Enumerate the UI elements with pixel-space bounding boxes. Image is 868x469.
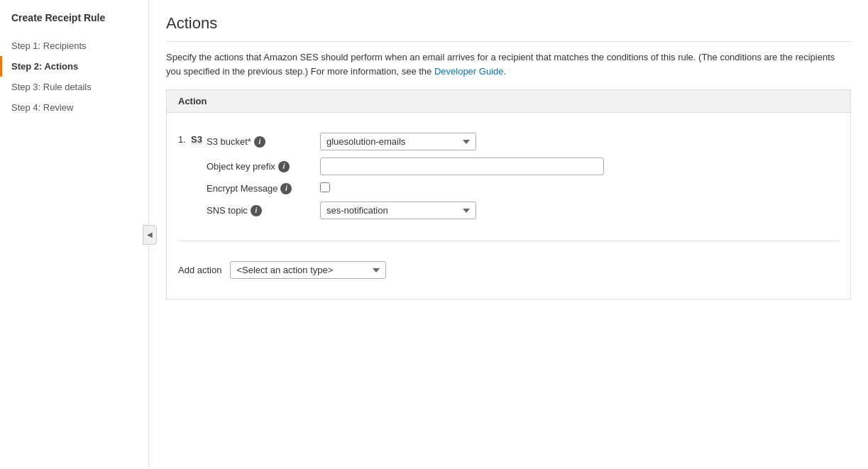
- encrypt-message-label: Encrypt Message i: [207, 183, 320, 194]
- action-form-fields: S3 bucket* i gluesolution-emails Object: [207, 133, 839, 226]
- s3-bucket-row: S3 bucket* i gluesolution-emails: [207, 133, 839, 150]
- action-header: Action: [167, 90, 850, 113]
- sns-topic-select[interactable]: ses-notification: [320, 202, 476, 219]
- action-type-label: S3: [191, 134, 202, 145]
- sidebar-item-step2[interactable]: Step 2: Actions: [0, 56, 148, 77]
- sns-topic-label: SNS topic i: [207, 205, 320, 216]
- add-action-row: Add action <Select an action type> S3 SN…: [178, 253, 839, 287]
- s3-bucket-select[interactable]: gluesolution-emails: [320, 133, 476, 150]
- s3-bucket-control: gluesolution-emails: [320, 133, 476, 150]
- collapse-sidebar-button[interactable]: ◀: [143, 225, 157, 245]
- developer-guide-link[interactable]: Developer Guide: [434, 66, 504, 77]
- section-divider: [178, 241, 839, 241]
- sidebar-item-step4[interactable]: Step 4: Review: [0, 97, 148, 118]
- action-item-1: 1. S3 S3 bucket* i gluesolution-emails: [178, 124, 839, 235]
- sns-topic-control: ses-notification: [320, 202, 476, 219]
- s3-bucket-info-icon[interactable]: i: [254, 136, 265, 148]
- sidebar-title: Create Receipt Rule: [0, 11, 148, 35]
- object-key-prefix-control: [320, 158, 604, 175]
- sidebar-item-step3[interactable]: Step 3: Rule details: [0, 77, 148, 97]
- action-body: 1. S3 S3 bucket* i gluesolution-emails: [167, 113, 850, 299]
- object-key-prefix-info-icon[interactable]: i: [278, 161, 290, 172]
- page-title: Actions: [166, 14, 851, 42]
- encrypt-message-row: Encrypt Message i: [207, 182, 839, 194]
- sns-topic-info-icon[interactable]: i: [251, 205, 262, 216]
- object-key-prefix-input[interactable]: [320, 158, 604, 175]
- description-text: Specify the actions that Amazon SES shou…: [166, 50, 851, 78]
- encrypt-message-info-icon[interactable]: i: [280, 183, 292, 194]
- encrypt-message-control: [320, 182, 462, 194]
- encrypt-message-checkbox[interactable]: [320, 182, 330, 192]
- action-section: Action 1. S3 S3 bucket* i: [166, 89, 851, 299]
- add-action-select[interactable]: <Select an action type> S3 SNS Lambda Bo…: [230, 261, 386, 279]
- object-key-prefix-label: Object key prefix i: [207, 161, 320, 172]
- main-content: Actions Specify the actions that Amazon …: [149, 0, 868, 469]
- sidebar: Create Receipt Rule Step 1: Recipients S…: [0, 0, 149, 469]
- action-item-number: 1. S3: [178, 133, 207, 145]
- add-action-label: Add action: [178, 265, 221, 275]
- object-key-prefix-row: Object key prefix i: [207, 158, 839, 175]
- s3-bucket-label: S3 bucket* i: [207, 136, 320, 148]
- sns-topic-row: SNS topic i ses-notification: [207, 202, 839, 219]
- sidebar-item-step1[interactable]: Step 1: Recipients: [0, 35, 148, 56]
